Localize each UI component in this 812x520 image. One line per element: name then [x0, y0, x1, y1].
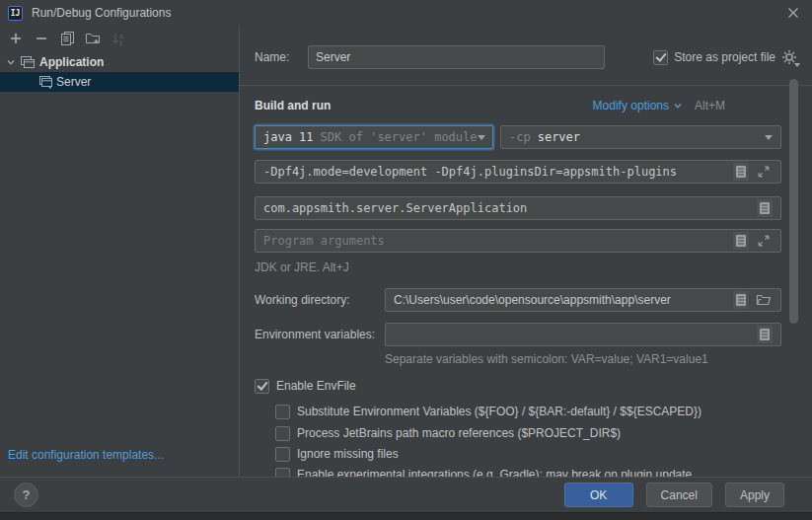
macros-list-icon[interactable] [733, 163, 749, 181]
edit-configuration-templates-link[interactable]: Edit configuration templates... [0, 448, 239, 477]
dropdown-arrow-icon [478, 135, 485, 140]
gear-icon[interactable] [781, 49, 798, 66]
vertical-scrollbar[interactable] [789, 79, 798, 324]
substitute-env-variables-label: Substitute Environment Variables (${FOO}… [297, 405, 701, 418]
ignore-missing-files-checkbox[interactable] [275, 447, 290, 462]
jre-combobox[interactable]: java 11 SDK of 'server' module [255, 125, 493, 149]
vm-options-value: -Dpf4j.mode=development -Dpf4j.pluginsDi… [263, 165, 677, 179]
close-icon[interactable] [784, 4, 802, 22]
working-directory-field[interactable]: C:\Users\user\code\opensource\appsmith\a… [385, 288, 781, 312]
run-debug-configurations-dialog: IJ Run/Debug Configurations [0, 0, 812, 520]
program-arguments-field[interactable]: Program arguments [255, 229, 781, 253]
tree-group-application[interactable]: Application [0, 52, 239, 72]
svg-text:z: z [119, 38, 123, 45]
cp-prefix: -cp [509, 130, 531, 144]
modify-options-link[interactable]: Modify options [593, 99, 669, 112]
dialog-footer: ? OK Cancel Apply [0, 477, 812, 512]
vm-options-field[interactable]: -Dpf4j.mode=development -Dpf4j.pluginsDi… [255, 160, 781, 184]
intellij-logo-icon: IJ [8, 6, 23, 21]
environment-variables-field[interactable] [385, 323, 781, 346]
experimental-integrations-checkbox[interactable] [275, 468, 290, 478]
configuration-form: Name: Store as project file [240, 26, 812, 477]
main-class-field[interactable]: com.appsmith.server.ServerApplication [255, 196, 781, 220]
cp-value: server [538, 130, 580, 144]
macros-list-icon[interactable] [733, 291, 749, 309]
process-path-macro-checkbox[interactable] [275, 426, 290, 441]
program-arguments-placeholder: Program arguments [263, 234, 385, 248]
copy-configuration-icon[interactable] [57, 30, 76, 47]
modify-options-shortcut: Alt+M [695, 99, 725, 112]
chevron-down-icon [6, 57, 16, 67]
name-label: Name: [255, 50, 300, 64]
classpath-module-combobox[interactable]: -cp server [500, 125, 781, 149]
add-configuration-icon[interactable] [6, 30, 25, 47]
jdk-hint: JDK or JRE. Alt+J [255, 260, 781, 275]
enable-envfile-label: Enable EnvFile [276, 379, 356, 393]
main-class-value: com.appsmith.server.ServerApplication [263, 201, 527, 215]
configurations-tree: Application Server [0, 52, 239, 92]
build-and-run-heading: Build and run [255, 99, 331, 112]
run-configuration-icon [38, 74, 54, 90]
name-input[interactable] [308, 45, 605, 69]
sidebar-toolbar: a z [0, 26, 239, 49]
edit-variables-icon[interactable] [757, 326, 773, 343]
dropdown-arrow-icon [765, 135, 773, 140]
substitute-env-variables-checkbox[interactable] [275, 405, 290, 419]
tree-group-label: Application [39, 55, 104, 69]
application-type-icon [20, 54, 36, 70]
configurations-sidebar: a z Application [0, 26, 240, 477]
background-strip [0, 512, 812, 520]
working-directory-value: C:\Users\user\code\opensource\appsmith\a… [394, 293, 671, 307]
titlebar: IJ Run/Debug Configurations [0, 0, 812, 26]
enable-envfile-checkbox[interactable] [255, 379, 269, 394]
section-separator [240, 85, 812, 86]
chevron-down-icon [673, 101, 683, 111]
apply-button[interactable]: Apply [725, 483, 784, 507]
store-as-project-file-label: Store as project file [674, 50, 775, 64]
store-as-project-file-checkbox[interactable] [653, 50, 668, 65]
help-icon[interactable]: ? [14, 483, 38, 507]
remove-configuration-icon[interactable] [32, 30, 50, 47]
cancel-button[interactable]: Cancel [646, 483, 712, 507]
browse-folder-icon[interactable] [755, 291, 773, 309]
process-path-macro-label: Process JetBrains path macro references … [297, 426, 621, 440]
ignore-missing-files-label: Ignore missing files [297, 447, 399, 461]
expand-field-icon[interactable] [755, 163, 773, 181]
dialog-title: Run/Debug Configurations [32, 6, 171, 20]
tree-item-label: Server [56, 75, 91, 89]
experimental-integrations-label: Enable experimental integrations (e.g. G… [297, 468, 692, 477]
browse-class-icon[interactable] [757, 199, 773, 217]
jre-value: java 11 [263, 130, 314, 144]
ok-button[interactable]: OK [564, 483, 633, 507]
sort-alphabetically-icon: a z [109, 30, 127, 47]
svg-text:a: a [119, 32, 123, 38]
jre-hint: SDK of 'server' module [321, 130, 478, 144]
macros-list-icon[interactable] [733, 232, 749, 250]
environment-variables-hint: Separate variables with semicolon: VAR=v… [385, 352, 781, 367]
new-folder-icon[interactable] [83, 30, 102, 47]
working-directory-label: Working directory: [255, 293, 377, 307]
environment-variables-label: Environment variables: [255, 328, 377, 341]
tree-item-server[interactable]: Server [0, 72, 239, 92]
expand-field-icon[interactable] [755, 232, 773, 250]
